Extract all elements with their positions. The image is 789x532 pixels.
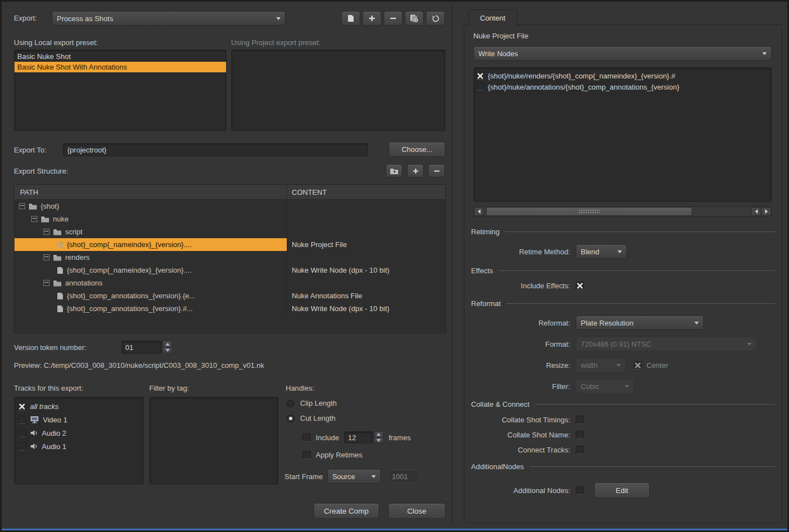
table-row-selected[interactable]: {shot}_comp{_nameindex}_{version}.... Nu… [14, 238, 445, 251]
write-node-row[interactable]: {shot}/nuke/renders/{shot}_comp{_nameind… [474, 70, 771, 81]
plus-icon [413, 168, 419, 174]
monitor-icon [30, 416, 39, 423]
filter-dropdown[interactable]: Cubic [576, 379, 634, 393]
new-document-icon [347, 14, 354, 22]
table-row[interactable]: script [14, 225, 445, 238]
create-comp-button[interactable]: Create Comp [313, 503, 379, 519]
new-folder-button[interactable] [386, 164, 403, 178]
center-checkbox[interactable] [634, 361, 642, 370]
collapse-icon[interactable] [43, 254, 50, 260]
export-to-label: Export To: [14, 146, 46, 154]
apply-retimes-checkbox[interactable] [302, 451, 311, 459]
duplicate-preset-button[interactable] [405, 11, 424, 26]
format-dropdown[interactable]: 720x486 (0.91) NTSC [576, 337, 757, 351]
collate-shot-timings-checkbox[interactable] [576, 416, 584, 424]
export-structure-table: PATH CONTENT {shot} nuke [14, 184, 446, 333]
project-preset-list[interactable] [231, 50, 445, 131]
collapse-icon[interactable] [43, 229, 50, 235]
section-title: Effects [471, 267, 493, 275]
table-row[interactable]: {shot}_comp{_nameindex}_{version}.... Nu… [14, 264, 445, 277]
track-checkbox[interactable] [18, 416, 26, 424]
frames-stepper[interactable]: 12 [344, 431, 384, 444]
all-tracks-checkbox[interactable] [18, 402, 26, 411]
version-token-value[interactable]: 01 [121, 341, 161, 354]
table-row[interactable]: {shot}_comp_annotations_{version}.{e... … [14, 289, 445, 302]
scroll-left-button[interactable] [474, 207, 484, 216]
track-item-audio-2[interactable]: Audio 2 [14, 426, 143, 439]
retime-method-dropdown[interactable]: Blend [576, 244, 627, 259]
write-node-checkbox[interactable] [476, 83, 484, 91]
tab-content[interactable]: Content [468, 9, 517, 26]
collapse-icon[interactable] [19, 203, 25, 209]
spin-down-button[interactable] [163, 348, 172, 354]
pane-divider[interactable] [452, 4, 453, 524]
column-header-content[interactable]: CONTENT [287, 188, 445, 196]
collate-shot-name-checkbox[interactable] [576, 431, 584, 439]
remove-path-button[interactable] [428, 164, 445, 178]
table-row[interactable]: renders [14, 251, 445, 264]
tracks-list[interactable]: all tracks Video 1 Audio 2 [14, 397, 144, 485]
frames-suffix-label: frames [389, 434, 411, 442]
scrollbar-thumb[interactable] [486, 207, 692, 216]
table-row[interactable]: annotations [14, 277, 445, 289]
write-nodes-list[interactable]: {shot}/nuke/renders/{shot}_comp{_nameind… [473, 67, 772, 202]
edit-button[interactable]: Edit [594, 482, 650, 498]
resize-dropdown[interactable]: width [576, 358, 626, 372]
scroll-right-button[interactable] [761, 207, 771, 216]
collate-shot-name-label: Collate Shot Name: [473, 431, 576, 439]
column-header-path[interactable]: PATH [14, 185, 287, 199]
collate-shot-timings-label: Collate Shot Timings: [473, 416, 576, 424]
track-checkbox[interactable] [18, 442, 26, 451]
close-button[interactable]: Close [388, 503, 445, 519]
spin-up-button[interactable] [163, 341, 172, 348]
reformat-dropdown[interactable]: Plate Resolution [576, 316, 704, 330]
scrollbar-track[interactable] [692, 207, 751, 216]
table-header: PATH CONTENT [14, 185, 445, 200]
table-row[interactable]: {shot}_comp_annotations_{version}.#... N… [14, 302, 445, 315]
cut-length-radio[interactable] [287, 415, 295, 422]
version-token-label: Version token number: [14, 343, 86, 352]
write-nodes-dropdown[interactable]: Write Nodes [473, 46, 772, 61]
filter-by-tag-box[interactable] [149, 397, 278, 485]
export-to-field[interactable]: {projectroot} [63, 143, 368, 156]
track-item-all-tracks[interactable]: all tracks [14, 399, 143, 412]
version-token-stepper[interactable]: 01 [121, 341, 172, 354]
include-frames-checkbox[interactable] [302, 434, 311, 442]
write-node-row[interactable]: {shot}/nuke/annotations/{shot}_comp_anno… [474, 81, 771, 92]
cut-length-option[interactable]: Cut Length [287, 414, 336, 422]
write-node-checkbox[interactable] [476, 72, 484, 80]
horizontal-scrollbar[interactable] [473, 206, 772, 216]
start-frame-dropdown[interactable]: Source [327, 469, 381, 484]
table-row[interactable]: nuke [14, 213, 445, 225]
clip-length-option[interactable]: Clip Length [287, 399, 337, 407]
collapse-icon[interactable] [31, 216, 37, 222]
list-item-selected[interactable]: Basic Nuke Shot With Annotations [14, 62, 226, 72]
collapse-icon[interactable] [43, 280, 50, 286]
spin-down-button[interactable] [374, 438, 384, 444]
add-preset-button[interactable] [362, 11, 381, 26]
include-effects-checkbox[interactable] [576, 282, 584, 290]
scroll-left-button-2[interactable] [751, 207, 761, 216]
filter-label: Filter: [473, 382, 576, 391]
additional-nodes-checkbox[interactable] [576, 486, 584, 495]
choose-button[interactable]: Choose... [389, 142, 445, 157]
remove-preset-button[interactable] [384, 11, 403, 26]
tree-node-label: {shot} [41, 202, 59, 210]
export-preset-value: Process as Shots [57, 14, 113, 23]
list-item[interactable]: Basic Nuke Shot [14, 51, 226, 62]
track-item-audio-1[interactable]: Audio 1 [14, 439, 143, 452]
connect-tracks-checkbox[interactable] [576, 446, 584, 454]
export-preset-dropdown[interactable]: Process as Shots [52, 11, 286, 26]
track-item-video-1[interactable]: Video 1 [14, 412, 143, 426]
frames-value[interactable]: 12 [344, 431, 373, 444]
track-checkbox[interactable] [18, 429, 26, 437]
minus-icon [434, 168, 440, 174]
table-row[interactable]: {shot} [14, 200, 445, 213]
new-preset-button[interactable] [341, 11, 360, 26]
revert-preset-button[interactable] [426, 11, 445, 26]
clip-length-radio[interactable] [287, 400, 295, 407]
local-preset-list[interactable]: Basic Nuke Shot Basic Nuke Shot With Ann… [14, 50, 227, 131]
add-path-button[interactable] [407, 164, 424, 178]
spin-up-button[interactable] [374, 431, 384, 438]
connect-tracks-label: Connect Tracks: [473, 446, 576, 454]
